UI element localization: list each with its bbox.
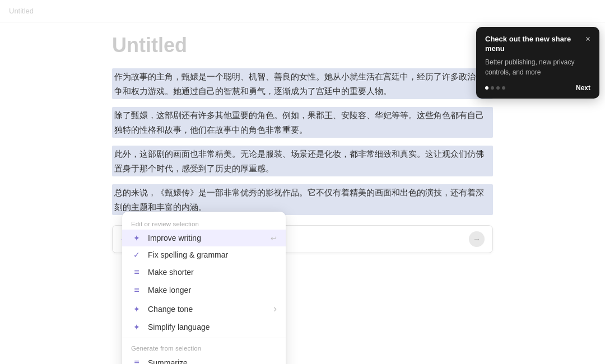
make-longer-icon xyxy=(131,285,142,295)
menu-item-simplify-language[interactable]: Simplify language xyxy=(122,319,286,335)
improve-writing-label: Improve writing xyxy=(148,234,271,242)
ai-send-button[interactable] xyxy=(469,231,485,247)
summarize-label: Summarize xyxy=(148,358,277,364)
make-longer-label: Make longer xyxy=(148,286,277,295)
dot-1 xyxy=(485,86,488,90)
paragraph-4: 总的来说，《甄嬛传》是一部非常优秀的影视作品。它不仅有着精美的画面和出色的演技，… xyxy=(112,184,493,215)
menu-item-summarize[interactable]: Summarize xyxy=(122,354,286,364)
dot-2 xyxy=(491,86,494,90)
menu-item-make-longer[interactable]: Make longer xyxy=(122,281,286,299)
simplify-icon xyxy=(131,323,142,332)
menu-item-make-shorter[interactable]: Make shorter xyxy=(122,263,286,281)
share-popup-close-button[interactable]: × xyxy=(585,35,590,44)
change-tone-label: Change tone xyxy=(148,305,273,314)
paragraph-1: 作为故事的主角，甄嬛是一个聪明、机智、善良的女性。她从小就生活在宫廷中，经历了许… xyxy=(112,68,493,99)
fix-spelling-label: Fix spelling & grammar xyxy=(148,250,277,259)
top-bar: Untitled xyxy=(0,0,605,22)
dot-4 xyxy=(502,86,505,90)
share-popup-body: Better publishing, new privacy controls,… xyxy=(485,57,590,77)
make-shorter-icon xyxy=(131,267,142,277)
summarize-icon xyxy=(131,358,142,364)
improve-writing-icon xyxy=(131,234,142,242)
check-icon xyxy=(131,250,142,259)
menu-item-change-tone[interactable]: Change tone xyxy=(122,299,286,319)
share-popup-header: Check out the new share menu × xyxy=(485,35,590,54)
share-popup: Check out the new share menu × Better pu… xyxy=(476,27,599,99)
menu-divider xyxy=(122,338,286,338)
menu-item-improve-writing[interactable]: Improve writing xyxy=(122,230,286,246)
dot-3 xyxy=(496,86,500,90)
send-icon xyxy=(473,235,481,244)
page-title: Untitled xyxy=(112,34,493,57)
share-popup-title: Check out the new share menu xyxy=(485,35,581,54)
share-popup-footer: Next xyxy=(485,84,590,92)
menu-item-fix-spelling[interactable]: Fix spelling & grammar xyxy=(122,246,286,263)
menu-section-generate-label: Generate from selection xyxy=(122,340,286,354)
enter-icon xyxy=(271,234,277,242)
paragraph-2: 除了甄嬛，这部剧还有许多其他重要的角色。例如，果郡王、安陵容、华妃等等。这些角色… xyxy=(112,107,493,138)
share-popup-next-button[interactable]: Next xyxy=(576,84,590,92)
menu-section-edit-label: Edit or review selection xyxy=(122,216,286,230)
share-popup-dots xyxy=(485,86,505,90)
document-title: Untitled xyxy=(9,7,34,15)
chevron-right-icon xyxy=(273,303,277,315)
make-shorter-label: Make shorter xyxy=(148,268,277,277)
ai-dropdown-menu: Edit or review selection Improve writing… xyxy=(122,212,286,364)
change-tone-icon xyxy=(131,305,142,314)
simplify-language-label: Simplify language xyxy=(148,323,277,332)
paragraph-3: 此外，这部剧的画面也非常精美。无论是服装、场景还是化妆，都非常细致和真实。这让观… xyxy=(112,146,493,176)
